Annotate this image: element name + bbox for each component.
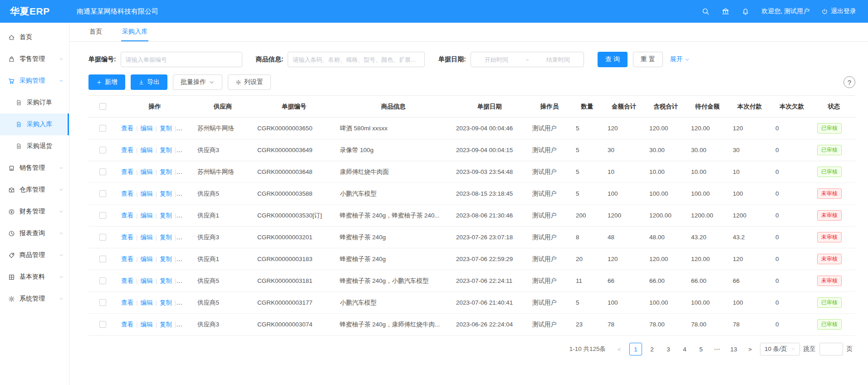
action-separator: | (136, 299, 138, 306)
row-action-view[interactable]: 查看 (121, 212, 133, 219)
bank-icon[interactable] (721, 7, 730, 15)
column-settings-button[interactable]: 列设置 (228, 74, 271, 90)
page-size-select[interactable]: 10 条/页 (760, 343, 800, 355)
sidebar-item-finance[interactable]: 财务管理 (0, 201, 69, 222)
payment-cell: 10 (728, 161, 771, 183)
help-button[interactable]: ? (843, 76, 855, 88)
search-icon[interactable] (701, 7, 710, 15)
quantity-cell: 8 (571, 227, 603, 248)
end-date-input[interactable] (535, 56, 581, 64)
page-button-13[interactable]: 13 (727, 343, 740, 355)
bell-icon[interactable] (741, 7, 750, 15)
row-checkbox[interactable] (99, 321, 106, 328)
debt-cell: 0 (771, 248, 813, 270)
row-action-view[interactable]: 查看 (121, 168, 133, 175)
start-date-input[interactable] (474, 56, 519, 64)
row-action-view[interactable]: 查看 (121, 299, 133, 306)
row-action-edit[interactable]: 编辑 (141, 147, 153, 153)
row-checkbox[interactable] (99, 234, 106, 241)
row-actions-cell: 查看|编辑|复制|删除 (117, 292, 193, 314)
next-page-button[interactable]: > (744, 343, 756, 355)
page-button-4[interactable]: 4 (678, 343, 691, 355)
table-row: 查看|编辑|复制|删除供应商3CGRK00000003649录像带 100g20… (88, 139, 855, 161)
row-action-edit[interactable]: 编辑 (141, 321, 153, 328)
logout-button[interactable]: 退出登录 (821, 7, 856, 15)
row-action-edit[interactable]: 编辑 (141, 190, 153, 197)
status-cell: 已审核 (813, 314, 855, 336)
sidebar-item-purchase[interactable]: 采购管理 (0, 70, 69, 92)
row-action-view[interactable]: 查看 (121, 190, 133, 197)
system-icon (8, 296, 15, 302)
row-checkbox[interactable] (99, 212, 106, 219)
payment-cell: 1200 (728, 205, 771, 227)
export-button[interactable]: 导出 (131, 74, 167, 90)
search-button[interactable]: 查 询 (598, 52, 628, 67)
sidebar-item-warehouse[interactable]: 仓库管理 (0, 179, 69, 201)
table-toolbar: 新增 导出 批量操作 列设置 ? (69, 69, 868, 95)
row-action-edit[interactable]: 编辑 (141, 168, 153, 175)
product-info-input[interactable] (288, 52, 425, 67)
date-range-picker[interactable]: ~ (471, 52, 584, 67)
jump-page-input[interactable] (819, 343, 843, 355)
row-checkbox[interactable] (99, 256, 106, 262)
sidebar-item-goods[interactable]: 商品管理 (0, 244, 69, 266)
row-action-copy[interactable]: 复制 (160, 321, 172, 328)
batch-actions-button[interactable]: 批量操作 (173, 74, 222, 90)
sidebar-subitem-purchase-in[interactable]: 采购入库 (0, 114, 69, 135)
expand-link[interactable]: 展开 (670, 55, 690, 64)
row-action-edit[interactable]: 编辑 (141, 212, 153, 219)
row-action-copy[interactable]: 复制 (160, 147, 172, 153)
status-badge: 未审核 (817, 188, 842, 198)
row-action-copy[interactable]: 复制 (160, 234, 172, 241)
row-action-view[interactable]: 查看 (121, 256, 133, 262)
row-action-copy[interactable]: 复制 (160, 125, 172, 132)
row-action-view[interactable]: 查看 (121, 147, 133, 153)
action-separator: | (156, 256, 157, 262)
row-checkbox[interactable] (99, 125, 106, 132)
bill-no-cell: CGRK00000003649 (253, 139, 335, 161)
sidebar-item-retail[interactable]: 零售管理 (0, 48, 69, 70)
amount-total-cell: 100 (603, 183, 645, 205)
row-checkbox[interactable] (99, 299, 106, 306)
sidebar-item-home[interactable]: 首页 (0, 26, 69, 48)
select-all-checkbox[interactable] (99, 103, 106, 110)
row-action-view[interactable]: 查看 (121, 234, 133, 241)
sidebar-item-system[interactable]: 系统管理 (0, 288, 69, 310)
page-button-1[interactable]: 1 (629, 343, 642, 355)
row-action-copy[interactable]: 复制 (160, 168, 172, 175)
row-action-edit[interactable]: 编辑 (141, 256, 153, 262)
chevron-down-icon (59, 253, 64, 257)
sidebar-item-report[interactable]: 报表查询 (0, 222, 69, 244)
row-action-view[interactable]: 查看 (121, 277, 133, 284)
sidebar-item-sales[interactable]: 销售管理 (0, 157, 69, 179)
row-action-edit[interactable]: 编辑 (141, 125, 153, 132)
row-action-view[interactable]: 查看 (121, 125, 133, 132)
row-action-edit[interactable]: 编辑 (141, 234, 153, 241)
page-button-5[interactable]: 5 (695, 343, 707, 355)
row-action-copy[interactable]: 复制 (160, 212, 172, 219)
row-action-copy[interactable]: 复制 (160, 256, 172, 262)
row-action-edit[interactable]: 编辑 (141, 299, 153, 306)
row-checkbox[interactable] (99, 277, 106, 284)
row-action-copy[interactable]: 复制 (160, 277, 172, 284)
page-button-3[interactable]: 3 (662, 343, 675, 355)
row-action-copy[interactable]: 复制 (160, 299, 172, 306)
sidebar-subitem-purchase-order[interactable]: 采购订单 (0, 92, 69, 114)
row-action-copy[interactable]: 复制 (160, 190, 172, 197)
row-action-view[interactable]: 查看 (121, 321, 133, 328)
tab-home[interactable]: 首页 (88, 23, 103, 41)
row-checkbox[interactable] (99, 147, 106, 153)
column-header-amount-total: 金额合计 (603, 96, 645, 118)
prev-page-button[interactable]: < (613, 343, 626, 355)
row-action-edit[interactable]: 编辑 (141, 277, 153, 284)
page-button-2[interactable]: 2 (646, 343, 658, 355)
sidebar-subitem-purchase-return[interactable]: 采购退货 (0, 135, 69, 157)
action-separator: | (175, 168, 177, 175)
reset-button[interactable]: 重 置 (633, 52, 663, 67)
add-button[interactable]: 新增 (88, 74, 125, 90)
row-checkbox[interactable] (99, 168, 106, 175)
tab-purchase-in[interactable]: 采购入库 (121, 23, 148, 41)
sidebar-item-basic[interactable]: 基本资料 (0, 266, 69, 288)
bill-no-input[interactable] (121, 52, 242, 67)
row-checkbox[interactable] (99, 190, 106, 197)
